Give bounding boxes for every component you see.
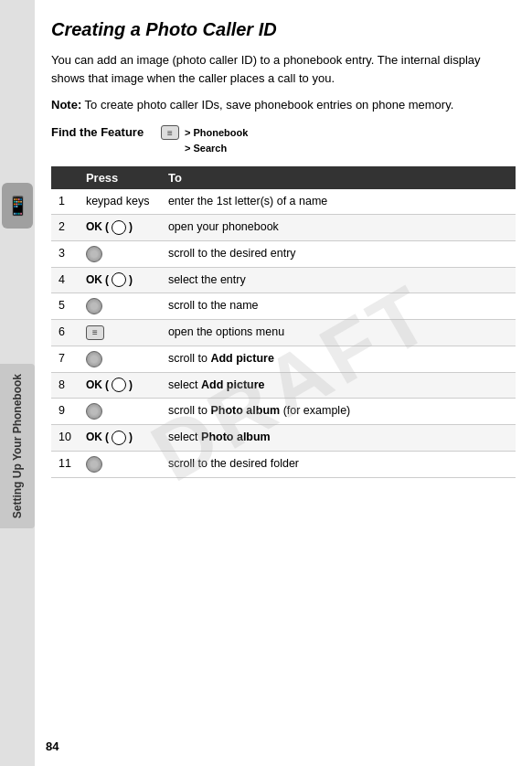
row-press: keypad keys xyxy=(79,189,161,215)
row-number: 5 xyxy=(51,293,79,320)
table-row: 6open the options menu xyxy=(51,320,516,346)
row-to: select the entry xyxy=(161,267,516,293)
ok-circle-icon xyxy=(112,272,126,287)
table-row: 5scroll to the name xyxy=(51,293,516,320)
description: You can add an image (photo caller ID) t… xyxy=(51,51,516,87)
bold-term: Add picture xyxy=(201,378,264,391)
row-number: 11 xyxy=(51,451,79,477)
row-press xyxy=(79,451,161,477)
bold-term: Add picture xyxy=(210,352,273,365)
find-feature-path-area: > Phonebook > Search xyxy=(161,125,248,157)
row-press: OK ( ) xyxy=(79,267,161,293)
row-press xyxy=(79,293,161,320)
row-press xyxy=(79,320,161,346)
ok-button-label: OK ( ) xyxy=(86,378,133,393)
path-line-1: > Phonebook xyxy=(185,127,248,138)
row-number: 1 xyxy=(51,189,79,215)
table-row: 9scroll to Photo album (for example) xyxy=(51,399,516,425)
table-row: 2OK ( )open your phonebook xyxy=(51,215,516,241)
row-press: OK ( ) xyxy=(79,372,161,399)
row-number: 9 xyxy=(51,399,79,425)
row-to: select Add picture xyxy=(161,372,516,399)
table-body: 1keypad keysenter the 1st letter(s) of a… xyxy=(51,189,516,478)
phone-icon xyxy=(2,183,33,229)
row-to: select Photo album xyxy=(161,425,516,452)
menu-key-press-icon xyxy=(86,325,104,340)
menu-key-icon xyxy=(161,125,179,140)
table-row: 11scroll to the desired folder xyxy=(51,451,516,477)
row-to: scroll to Add picture xyxy=(161,346,516,372)
row-number: 3 xyxy=(51,240,79,267)
ok-circle-icon xyxy=(112,220,126,235)
row-press xyxy=(79,346,161,372)
row-press: OK ( ) xyxy=(79,215,161,241)
note-text: To create photo caller IDs, save phonebo… xyxy=(85,98,454,112)
note: Note: To create photo caller IDs, save p… xyxy=(51,96,516,114)
row-to: scroll to the desired entry xyxy=(161,240,516,267)
sidebar-label: Setting Up Your Phonebook xyxy=(11,374,24,518)
row-to: enter the 1st letter(s) of a name xyxy=(161,189,516,215)
table-row: 1keypad keysenter the 1st letter(s) of a… xyxy=(51,189,516,215)
row-number: 6 xyxy=(51,320,79,346)
ok-circle-icon xyxy=(112,378,126,392)
sidebar-tab: Setting Up Your Phonebook xyxy=(0,364,35,528)
table-header-row: Press To xyxy=(51,166,516,189)
row-press: OK ( ) xyxy=(79,425,161,452)
row-to: scroll to the desired folder xyxy=(161,451,516,477)
row-number: 8 xyxy=(51,372,79,399)
row-number: 7 xyxy=(51,346,79,372)
table-row: 10OK ( )select Photo album xyxy=(51,425,516,452)
row-to: open the options menu xyxy=(161,320,516,346)
bold-term: Photo album xyxy=(201,431,271,443)
ok-button-label: OK ( ) xyxy=(86,219,133,235)
find-feature-section: Find the Feature > Phonebook > Search xyxy=(51,125,516,157)
row-to: open your phonebook xyxy=(161,215,516,241)
scroll-icon xyxy=(86,298,102,314)
row-number: 2 xyxy=(51,215,79,241)
row-press xyxy=(79,240,161,267)
ok-button-label: OK ( ) xyxy=(86,430,133,445)
sidebar-icon-area xyxy=(2,183,33,238)
row-number: 10 xyxy=(51,425,79,452)
bold-term: Photo album xyxy=(210,404,280,417)
sidebar: Setting Up Your Phonebook xyxy=(0,0,35,766)
note-label: Note: xyxy=(51,98,81,112)
col-to-header: To xyxy=(161,166,516,189)
row-to: scroll to Photo album (for example) xyxy=(161,399,516,425)
scroll-icon xyxy=(86,403,102,420)
row-press xyxy=(79,399,161,425)
table-row: 8OK ( )select Add picture xyxy=(51,372,516,399)
row-to: scroll to the name xyxy=(161,293,516,320)
find-feature-label: Find the Feature xyxy=(51,125,152,139)
main-content: Creating a Photo Caller ID You can add a… xyxy=(35,0,532,766)
table-row: 4OK ( )select the entry xyxy=(51,267,516,293)
scroll-icon xyxy=(86,246,102,262)
col-num-header xyxy=(51,166,79,189)
page-title: Creating a Photo Caller ID xyxy=(51,18,516,40)
scroll-icon xyxy=(86,456,102,473)
ok-button-label: OK ( ) xyxy=(86,272,133,288)
find-feature-path: > Phonebook > Search xyxy=(185,125,248,157)
page-container: Setting Up Your Phonebook Creating a Pho… xyxy=(0,0,532,766)
ok-circle-icon xyxy=(112,431,126,445)
page-number: 84 xyxy=(46,739,59,753)
path-line-2: > Search xyxy=(185,143,227,154)
scroll-icon xyxy=(86,351,102,367)
col-press-header: Press xyxy=(79,166,161,189)
instructions-table: Press To 1keypad keysenter the 1st lette… xyxy=(51,166,516,478)
table-row: 7scroll to Add picture xyxy=(51,346,516,372)
table-row: 3scroll to the desired entry xyxy=(51,240,516,267)
row-number: 4 xyxy=(51,267,79,293)
